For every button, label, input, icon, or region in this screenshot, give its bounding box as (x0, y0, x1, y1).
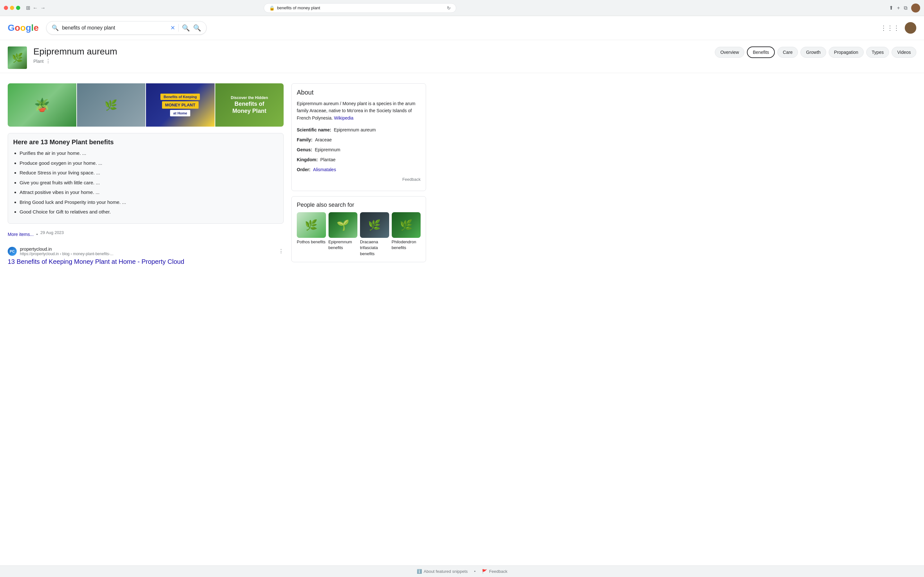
traffic-lights (4, 6, 20, 10)
list-item: Reduce Stress in your living space. ... (19, 169, 278, 177)
fact-value-order-link[interactable]: Alismatales (313, 166, 336, 173)
fact-value-scientific: Epipremnum aureum (334, 127, 376, 133)
search-bar[interactable]: 🔍 ✕ 🔍 🔍 (46, 21, 207, 35)
image-3[interactable]: Benefits of Keeping MONEY PLANT at Home (146, 83, 215, 127)
new-window-button[interactable]: ⧉ (904, 5, 907, 11)
image-3-placeholder: Benefits of Keeping MONEY PLANT at Home (146, 83, 215, 127)
snippet-list: Purifies the air in your home. ... Produ… (13, 150, 278, 216)
close-button[interactable] (4, 6, 8, 10)
search-submit-button[interactable]: 🔍 (193, 24, 201, 32)
fact-value-genus: Epipremnum (315, 147, 340, 153)
result-item: PC propertycloud.in https://propertyclou… (8, 247, 284, 266)
related-item-epipremnum[interactable]: 🌱 Epipremnum benefits (328, 212, 358, 257)
entity-divider (0, 73, 924, 73)
header-right: ⋮⋮⋮ (880, 22, 916, 34)
image-1[interactable]: 🪴 (8, 83, 76, 127)
user-avatar[interactable] (911, 3, 920, 13)
tab-videos[interactable]: Videos (892, 47, 916, 58)
right-panel: About Epipremnum aureum / Money plant is… (291, 83, 426, 266)
more-items-link[interactable]: More items... (8, 232, 34, 237)
list-item: Good Choice for Gift to relatives and ot… (19, 208, 278, 216)
entity-info: Epipremnum aureum Plant ⋮ (33, 47, 708, 64)
logo-e: e (34, 23, 39, 33)
entity-name: Epipremnum aureum (33, 47, 708, 57)
logo-g2: g (26, 23, 31, 33)
fact-label-kingdom: Kingdom: (297, 156, 318, 163)
about-box: About Epipremnum aureum / Money plant is… (291, 83, 426, 191)
source-url: https://propertycloud.in › blog › money-… (20, 251, 275, 256)
search-input[interactable] (62, 25, 167, 31)
related-item-dracaena[interactable]: 🌿 Dracaena trifasciata benefits (360, 212, 389, 257)
entity-tabs: Overview Benefits Care Growth Propagatio… (715, 47, 916, 58)
related-item-philodendron[interactable]: 🌿 Philodendron benefits (392, 212, 421, 257)
main-content: 🪴 🌿 Benefits of Keeping MONEY PLANT at H… (0, 77, 924, 272)
fact-label-family: Family: (297, 137, 312, 143)
left-panel: 🪴 🌿 Benefits of Keeping MONEY PLANT at H… (8, 83, 284, 266)
fact-value-kingdom: Plantae (320, 156, 335, 163)
fact-kingdom: Kingdom: Plantae (297, 156, 421, 163)
tab-care[interactable]: Care (777, 47, 798, 58)
related-title: People also search for (297, 201, 421, 208)
meta-dot: • (36, 232, 38, 237)
wikipedia-link[interactable]: Wikipedia (334, 115, 354, 121)
image-strip: 🪴 🌿 Benefits of Keeping MONEY PLANT at H… (8, 83, 284, 127)
clear-search-button[interactable]: ✕ (170, 24, 175, 31)
fact-label-genus: Genus: (297, 147, 312, 153)
related-searches-box: People also search for 🌿 Pothos benefits… (291, 196, 426, 262)
related-name-epipremnum: Epipremnum benefits (328, 239, 358, 251)
list-item: Purifies the air in your home. ... (19, 150, 278, 157)
related-img-epipremnum: 🌱 (328, 212, 358, 238)
tab-growth[interactable]: Growth (800, 47, 826, 58)
entity-more-icon[interactable]: ⋮ (45, 58, 51, 64)
related-img-dracaena: 🌿 (360, 212, 389, 238)
browser-right-controls: ⬆ + ⧉ (889, 3, 920, 13)
fact-scientific-name: Scientific name: Epipremnum aureum (297, 127, 421, 133)
tab-types[interactable]: Types (866, 47, 889, 58)
address-bar[interactable]: 🔒 benefits of money plant ↻ (264, 3, 456, 13)
image-4[interactable]: Discover the Hidden Benefits ofMoney Pla… (215, 83, 284, 127)
forward-button[interactable]: → (40, 5, 45, 11)
sidebar-toggle[interactable]: ⊞ (26, 5, 30, 11)
snippet-date: 29 Aug 2023 (40, 230, 64, 235)
list-item: Attract positive vibes in your home. ... (19, 189, 278, 196)
tab-overview[interactable]: Overview (715, 47, 744, 58)
google-logo[interactable]: Google (8, 23, 39, 33)
list-item: Produce good oxygen in your home. ... (19, 160, 278, 167)
result-source: PC propertycloud.in https://propertyclou… (8, 247, 284, 256)
logo-o2: o (20, 23, 26, 33)
tab-propagation[interactable]: Propagation (829, 47, 864, 58)
user-avatar-header[interactable] (905, 22, 916, 34)
logo-g: G (8, 23, 15, 33)
back-button[interactable]: ← (33, 5, 38, 11)
image-1-placeholder: 🪴 (8, 83, 76, 127)
new-tab-button[interactable]: + (897, 5, 900, 11)
reload-icon[interactable]: ↻ (447, 5, 451, 11)
logo-l: l (31, 23, 34, 33)
related-item-pothos[interactable]: 🌿 Pothos benefits (297, 212, 326, 257)
google-header: Google 🔍 ✕ 🔍 🔍 ⋮⋮⋮ (0, 16, 924, 40)
list-item: Give you great fruits with little care. … (19, 179, 278, 187)
image-4-placeholder: Discover the Hidden Benefits ofMoney Pla… (215, 83, 284, 127)
entity-image-placeholder: 🌿 (8, 47, 27, 69)
browser-nav-controls: ⊞ ← → (26, 5, 45, 11)
lens-search-button[interactable]: 🔍 (182, 24, 190, 32)
list-item: Bring Good luck and Prosperity into your… (19, 199, 278, 206)
logo-o1: o (15, 23, 20, 33)
search-bar-icon: 🔍 (52, 24, 59, 31)
related-name-pothos: Pothos benefits (297, 239, 326, 245)
apps-grid-icon[interactable]: ⋮⋮⋮ (880, 24, 900, 32)
feedback-button[interactable]: Feedback (297, 177, 421, 182)
snippet-box: Here are 13 Money Plant benefits Purifie… (8, 133, 284, 224)
entity-type: Plant ⋮ (33, 58, 708, 64)
maximize-button[interactable] (16, 6, 20, 10)
related-grid: 🌿 Pothos benefits 🌱 Epipremnum benefits … (297, 212, 421, 257)
fact-genus: Genus: Epipremnum (297, 147, 421, 153)
fact-order: Order: Alismatales (297, 166, 421, 173)
minimize-button[interactable] (10, 6, 14, 10)
share-button[interactable]: ⬆ (889, 5, 893, 11)
fact-value-family: Araceae (315, 137, 332, 143)
result-title-link[interactable]: 13 Benefits of Keeping Money Plant at Ho… (8, 258, 184, 265)
result-more-icon[interactable]: ⋮ (278, 248, 284, 254)
image-2[interactable]: 🌿 (77, 83, 145, 127)
tab-benefits[interactable]: Benefits (747, 47, 775, 58)
